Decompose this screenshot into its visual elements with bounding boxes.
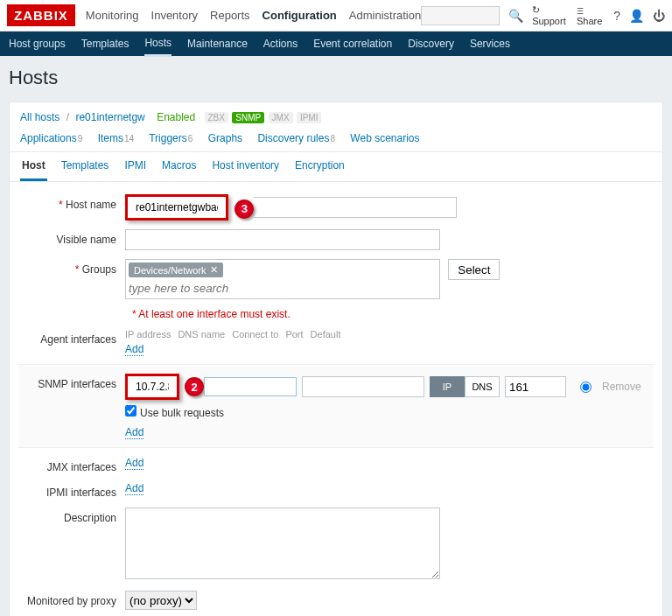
snmp-dns-input[interactable] xyxy=(302,376,424,397)
label-hostname: Host name xyxy=(18,194,125,211)
subnav-services[interactable]: Services xyxy=(470,32,510,55)
subnav-hosts[interactable]: Hosts xyxy=(144,32,172,57)
snmp-bulk-label: Use bulk requests xyxy=(140,407,224,419)
nav-administration[interactable]: Administration xyxy=(349,0,421,31)
hn-applications[interactable]: Applications9 xyxy=(20,132,82,144)
tab-encryption[interactable]: Encryption xyxy=(293,152,346,181)
user-icon[interactable]: 👤 xyxy=(629,9,644,23)
snmp-connect-ip[interactable]: IP xyxy=(430,376,465,397)
help-icon[interactable]: ? xyxy=(613,9,620,23)
snmp-default-radio[interactable] xyxy=(580,382,592,393)
hn-web[interactable]: Web scenarios xyxy=(350,132,419,144)
snmp-port-input[interactable] xyxy=(505,376,566,397)
pill-zbx: ZBX xyxy=(205,112,228,123)
nav-inventory[interactable]: Inventory xyxy=(151,0,198,31)
iface-header: IP addressDNS nameConnect toPortDefault xyxy=(125,329,654,340)
tab-macros[interactable]: Macros xyxy=(160,152,198,181)
visiblename-input[interactable] xyxy=(125,229,440,250)
label-snmp-if: SNMP interfaces xyxy=(18,374,125,390)
label-description: Description xyxy=(18,508,125,524)
bc-allhosts[interactable]: All hosts xyxy=(20,111,60,123)
search-icon[interactable]: 🔍 xyxy=(508,9,523,23)
callout-2: 2 xyxy=(185,377,204,396)
groups-select-button[interactable]: Select xyxy=(448,259,500,280)
hostname-input[interactable] xyxy=(130,200,223,215)
hostname-input-ext[interactable] xyxy=(254,197,457,218)
tab-ipmi[interactable]: IPMI xyxy=(122,152,148,181)
nav-monitoring[interactable]: Monitoring xyxy=(86,0,139,31)
sub-nav: Host groups Templates Hosts Maintenance … xyxy=(0,32,672,56)
tab-templates[interactable]: Templates xyxy=(60,152,111,181)
label-groups: Groups xyxy=(18,259,125,276)
ipmi-add-link[interactable]: Add xyxy=(125,482,144,495)
snmp-add-link[interactable]: Add xyxy=(125,426,144,439)
top-nav: Monitoring Inventory Reports Configurati… xyxy=(86,0,421,31)
label-jmx-if: JMX interfaces xyxy=(18,457,125,473)
snmp-bulk-checkbox[interactable] xyxy=(125,405,136,416)
pill-jmx: JMX xyxy=(269,112,293,123)
callout-3: 3 xyxy=(234,200,254,219)
subnav-hostgroups[interactable]: Host groups xyxy=(9,32,66,55)
groups-search-input[interactable] xyxy=(129,280,437,296)
hn-items[interactable]: Items14 xyxy=(98,132,134,144)
subnav-discovery[interactable]: Discovery xyxy=(408,32,454,55)
page-title: Hosts xyxy=(9,66,663,89)
subnav-maintenance[interactable]: Maintenance xyxy=(187,32,248,55)
label-ipmi-if: IPMI interfaces xyxy=(18,482,125,499)
proxy-select[interactable]: (no proxy) xyxy=(125,591,197,610)
search-input[interactable] xyxy=(421,6,500,25)
power-icon[interactable]: ⏻ xyxy=(653,9,665,23)
snmp-ip-input-ext[interactable] xyxy=(204,377,297,396)
group-tag: Devices/Network xyxy=(134,265,206,276)
label-visiblename: Visible name xyxy=(18,229,125,246)
bc-hostname[interactable]: re01internetgw xyxy=(75,111,144,123)
hn-discovery[interactable]: Discovery rules8 xyxy=(257,132,335,144)
nav-reports[interactable]: Reports xyxy=(210,0,250,31)
nav-configuration[interactable]: Configuration xyxy=(262,0,337,31)
pill-snmp: SNMP xyxy=(232,112,264,123)
groups-multiselect[interactable]: Devices/Network✕ xyxy=(125,259,440,299)
logo: ZABBIX xyxy=(7,4,75,26)
subnav-actions[interactable]: Actions xyxy=(263,32,298,55)
tab-hostinventory[interactable]: Host inventory xyxy=(210,152,281,181)
status-enabled: Enabled xyxy=(157,111,195,123)
hn-triggers[interactable]: Triggers6 xyxy=(149,132,192,144)
tab-host[interactable]: Host xyxy=(20,152,47,181)
breadcrumb: All hosts / re01internetgw Enabled ZBX S… xyxy=(10,102,662,127)
iface-hint: * At least one interface must exist. xyxy=(132,308,290,320)
label-proxy: Monitored by proxy xyxy=(18,591,125,607)
label-agent-if: Agent interfaces xyxy=(18,329,125,346)
agent-add-link[interactable]: Add xyxy=(125,343,144,356)
share-link[interactable]: Share xyxy=(577,5,605,26)
jmx-add-link[interactable]: Add xyxy=(125,457,144,470)
subnav-templates[interactable]: Templates xyxy=(81,32,130,55)
snmp-remove-link[interactable]: Remove xyxy=(602,381,641,393)
pill-ipmi: IPMI xyxy=(297,112,322,123)
subnav-eventcorrelation[interactable]: Event correlation xyxy=(313,32,392,55)
description-textarea[interactable] xyxy=(125,508,440,579)
snmp-ip-input[interactable] xyxy=(130,379,174,395)
hn-graphs[interactable]: Graphs xyxy=(208,132,242,144)
snmp-connect-dns[interactable]: DNS xyxy=(465,376,500,397)
support-link[interactable]: Support xyxy=(532,4,568,26)
group-tag-remove-icon[interactable]: ✕ xyxy=(210,264,218,276)
